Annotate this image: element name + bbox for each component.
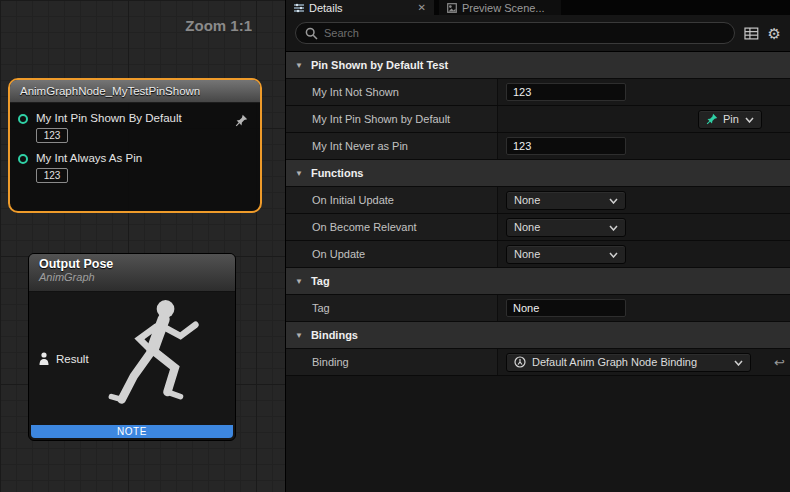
dropdown-value: Default Anim Graph Node Binding xyxy=(532,356,697,368)
property-label: On Become Relevant xyxy=(286,214,498,240)
binding-dropdown[interactable]: Default Anim Graph Node Binding xyxy=(506,353,751,372)
property-value-cell: None xyxy=(498,241,790,267)
tab-preview-scene[interactable]: Preview Scene... xyxy=(439,0,561,15)
result-pin-row[interactable]: Result xyxy=(38,352,89,366)
chevron-down-icon xyxy=(609,248,618,260)
search-toolbar: ⚙ xyxy=(286,15,790,52)
chevron-down-icon[interactable]: ▼ xyxy=(295,61,303,70)
chevron-down-icon xyxy=(745,113,754,125)
property-row: Binding Default Anim Graph Node Binding … xyxy=(286,349,790,376)
section-title: Tag xyxy=(311,275,330,287)
section-header-tag[interactable]: ▼ Tag xyxy=(286,268,790,295)
section-title: Functions xyxy=(311,167,364,179)
pin-label: My Int Always As Pin xyxy=(36,152,142,164)
pin-value-input[interactable]: 123 xyxy=(36,128,68,143)
section-header-pin-shown[interactable]: ▼ Pin Shown by Default Test xyxy=(286,52,790,79)
zoom-level-label: Zoom 1:1 xyxy=(185,17,252,34)
node-pin-row: My Int Pin Shown By Default 123 xyxy=(10,103,260,143)
tab-details[interactable]: Details ✕ xyxy=(286,0,434,15)
property-label: My Int Never as Pin xyxy=(286,133,498,159)
property-label: On Update xyxy=(286,241,498,267)
chevron-down-icon xyxy=(609,221,618,233)
property-value-cell: None xyxy=(498,295,790,321)
property-value-cell: Pin xyxy=(498,106,790,132)
preview-scene-tab-icon xyxy=(447,3,457,13)
property-row: On Update None xyxy=(286,241,790,268)
chevron-down-icon[interactable]: ▼ xyxy=(295,331,303,340)
node-pin-row: My Int Always As Pin 123 xyxy=(10,143,260,183)
pin-value-input[interactable]: 123 xyxy=(36,168,68,183)
exec-pin-icon[interactable] xyxy=(18,114,28,124)
tab-label: Details xyxy=(309,2,343,14)
revert-arrow-icon[interactable]: ↩ xyxy=(774,355,785,370)
details-panel: Details ✕ Preview Scene... ⚙ xyxy=(285,0,790,492)
pin-icon xyxy=(706,113,718,125)
property-label: Binding xyxy=(286,349,498,375)
property-label: Tag xyxy=(286,295,498,321)
pin-toggle-icon[interactable] xyxy=(235,113,248,131)
property-value-cell: None xyxy=(498,214,790,240)
person-icon xyxy=(38,352,50,366)
gear-icon[interactable]: ⚙ xyxy=(768,26,781,41)
node-subtitle: AnimGraph xyxy=(39,271,225,283)
exec-pin-icon[interactable] xyxy=(18,154,28,164)
dropdown-value: None xyxy=(514,194,540,206)
display-filter-icon[interactable] xyxy=(744,27,759,40)
on-initial-update-dropdown[interactable]: None xyxy=(506,191,626,210)
property-row: My Int Not Shown 123 xyxy=(286,79,790,106)
property-value-cell: Default Anim Graph Node Binding ↩ xyxy=(498,349,790,375)
close-icon[interactable]: ✕ xyxy=(418,2,426,13)
binding-icon xyxy=(514,356,526,368)
node-title: Output Pose xyxy=(39,257,225,271)
section-header-bindings[interactable]: ▼ Bindings xyxy=(286,322,790,349)
property-row: On Become Relevant None xyxy=(286,214,790,241)
on-update-dropdown[interactable]: None xyxy=(506,245,626,264)
pin-visibility-dropdown[interactable]: Pin xyxy=(698,110,762,129)
section-title: Pin Shown by Default Test xyxy=(311,59,448,71)
chevron-down-icon[interactable]: ▼ xyxy=(295,169,303,178)
my-int-not-shown-input[interactable]: 123 xyxy=(506,83,626,101)
graph-editor-canvas[interactable]: Zoom 1:1 AnimGraphNode_MyTestPinShown My… xyxy=(0,0,285,492)
property-value-cell: 123 xyxy=(498,133,790,159)
property-value-cell: None xyxy=(498,187,790,213)
node-body: Result NOTE xyxy=(29,292,235,440)
property-value-cell: 123 xyxy=(498,79,790,105)
output-pose-node[interactable]: Output Pose AnimGraph xyxy=(28,253,236,441)
property-label: On Initial Update xyxy=(286,187,498,213)
section-title: Bindings xyxy=(311,329,358,341)
property-row: My Int Never as Pin 123 xyxy=(286,133,790,160)
dropdown-value: Pin xyxy=(723,113,739,125)
result-pin-label: Result xyxy=(56,353,89,365)
dropdown-value: None xyxy=(514,221,540,233)
property-row: On Initial Update None xyxy=(286,187,790,214)
chevron-down-icon[interactable]: ▼ xyxy=(295,277,303,286)
search-box[interactable] xyxy=(295,22,735,44)
section-header-functions[interactable]: ▼ Functions xyxy=(286,160,790,187)
node-title[interactable]: AnimGraphNode_MyTestPinShown xyxy=(10,80,260,103)
tab-bar: Details ✕ Preview Scene... xyxy=(286,0,790,15)
node-header[interactable]: Output Pose AnimGraph xyxy=(29,254,235,292)
my-int-never-as-pin-input[interactable]: 123 xyxy=(506,137,626,155)
details-tab-icon xyxy=(294,3,304,13)
property-row: Tag None xyxy=(286,295,790,322)
search-icon xyxy=(305,27,318,40)
property-label: My Int Pin Shown by Default xyxy=(286,106,498,132)
on-become-relevant-dropdown[interactable]: None xyxy=(506,218,626,237)
chevron-down-icon xyxy=(609,194,618,206)
property-label: My Int Not Shown xyxy=(286,79,498,105)
mannequin-image xyxy=(83,294,235,434)
search-input[interactable] xyxy=(324,27,725,39)
tab-label: Preview Scene... xyxy=(462,2,545,14)
chevron-down-icon xyxy=(734,356,743,368)
property-row: My Int Pin Shown by Default Pin xyxy=(286,106,790,133)
dropdown-value: None xyxy=(514,248,540,260)
anim-graph-node[interactable]: AnimGraphNode_MyTestPinShown My Int Pin … xyxy=(8,78,262,213)
tag-input[interactable]: None xyxy=(506,299,626,317)
pin-label: My Int Pin Shown By Default xyxy=(36,112,182,124)
note-badge[interactable]: NOTE xyxy=(31,425,233,438)
